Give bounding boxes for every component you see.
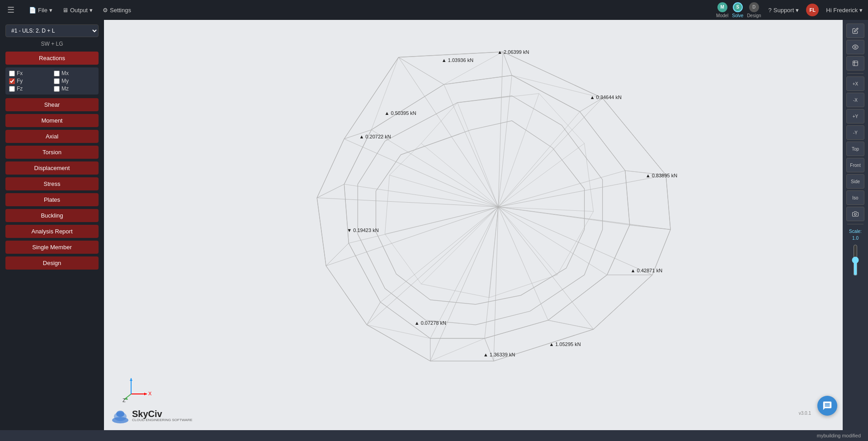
support-button[interactable]: ? Support ▾ — [769, 7, 799, 14]
sw-lg-label: SW + LG — [5, 41, 99, 47]
mx-checkbox-label[interactable]: Mx — [54, 70, 95, 76]
minus-x-button[interactable]: -X — [846, 93, 864, 107]
label-020722: ▲ 0.20722 kN — [359, 134, 391, 139]
analysis-report-button[interactable]: Analysis Report — [5, 225, 99, 238]
plates-button[interactable]: Plates — [5, 193, 99, 206]
my-checkbox-label[interactable]: My — [54, 78, 95, 84]
topbar-nav: 📄 File ▾ 🖥 Output ▾ ⚙ Settings — [25, 5, 135, 15]
svg-point-121 — [854, 213, 857, 215]
main-content: #1 - ULS: 2. D + L SW + LG Reactions Fx … — [0, 20, 868, 430]
output-menu[interactable]: 🖥 Output ▾ — [59, 5, 96, 15]
version-text: v3.0.1 — [799, 411, 811, 416]
solve-label: Solve — [732, 13, 743, 18]
view-button[interactable] — [846, 40, 864, 54]
model-icon: M — [717, 2, 727, 12]
fz-checkbox-label[interactable]: Fz — [9, 85, 50, 92]
plus-x-button[interactable]: +X — [846, 76, 864, 91]
right-panel: +X -X +Y -Y Top Front Side Iso Scale: 1.… — [843, 20, 868, 430]
chat-button[interactable] — [817, 396, 837, 416]
mz-checkbox-label[interactable]: Mz — [54, 85, 95, 92]
top-view-button[interactable]: Top — [846, 142, 864, 156]
single-member-button[interactable]: Single Member — [5, 241, 99, 254]
svg-rect-120 — [853, 61, 858, 66]
solve-tab[interactable]: S Solve — [732, 2, 743, 18]
fz-checkbox[interactable] — [9, 86, 15, 92]
support-question-icon: ? — [769, 7, 772, 14]
file-icon: 📄 — [29, 7, 36, 14]
skyciv-logo: SkyCiv CLOUD ENGINEERING SOFTWARE — [111, 408, 193, 424]
design-tab[interactable]: D Design — [747, 2, 761, 18]
status-text: mybuilding modified — [817, 433, 861, 438]
label-206399: ▲ 2.06399 kN — [497, 49, 529, 55]
reactions-button[interactable]: Reactions — [5, 52, 99, 65]
moment-button[interactable]: Moment — [5, 114, 99, 127]
edit-button[interactable] — [846, 24, 864, 38]
camera-button[interactable] — [846, 207, 864, 221]
svg-text:Z: Z — [123, 398, 126, 403]
status-bar: mybuilding modified — [0, 430, 868, 441]
minus-y-button[interactable]: -Y — [846, 125, 864, 140]
svg-marker-109 — [144, 393, 147, 395]
fx-checkbox-label[interactable]: Fx — [9, 70, 50, 76]
file-menu[interactable]: 📄 File ▾ — [25, 5, 56, 15]
solve-icon: S — [733, 2, 743, 12]
scale-slider-container — [851, 244, 860, 280]
label-083895: ▲ 0.83895 kN — [646, 173, 677, 178]
canvas-area[interactable]: ▲ 2.06399 kN ▲ 1.03936 kN ▲ 0.34644 kN ▲… — [104, 20, 843, 430]
load-combo-select[interactable]: #1 - ULS: 2. D + L — [5, 24, 99, 37]
iso-view-button[interactable]: Iso — [846, 190, 864, 205]
design-button[interactable]: Design — [5, 256, 99, 270]
design-icon: D — [749, 2, 759, 12]
label-042871: ▲ 0.42871 kN — [631, 268, 662, 273]
fx-checkbox[interactable] — [9, 71, 15, 76]
fy-checkbox[interactable] — [9, 78, 15, 84]
displacement-button[interactable]: Displacement — [5, 161, 99, 175]
scale-label: Scale: — [849, 229, 862, 234]
output-chevron-icon: ▾ — [90, 7, 93, 14]
menu-icon[interactable]: ☰ — [5, 3, 16, 17]
torsion-button[interactable]: Torsion — [5, 146, 99, 159]
output-icon: 🖥 — [62, 7, 68, 14]
user-name-button[interactable]: Hi Frederick ▾ — [826, 7, 863, 14]
label-105295: ▲ 1.05295 kN — [549, 341, 580, 347]
svg-point-119 — [854, 46, 856, 48]
topbar: ☰ 📄 File ▾ 🖥 Output ▾ ⚙ Settings M Model… — [0, 0, 868, 20]
sidebar: #1 - ULS: 2. D + L SW + LG Reactions Fx … — [0, 20, 104, 430]
panel-divider-2 — [847, 224, 863, 224]
axis-indicator: X Z — [122, 371, 154, 403]
label-019423: ▼ 0.19423 kN — [347, 228, 378, 233]
support-chevron-icon: ▾ — [796, 7, 799, 14]
buckling-button[interactable]: Buckling — [5, 209, 99, 222]
panel-divider — [847, 73, 863, 74]
file-chevron-icon: ▾ — [49, 7, 52, 14]
topbar-right: M Model S Solve D Design ? Support ▾ FL … — [716, 2, 863, 18]
settings-menu[interactable]: ⚙ Settings — [99, 5, 135, 15]
label-103936: ▲ 1.03936 kN — [442, 57, 473, 63]
label-007278: ▲ 0.07278 kN — [415, 320, 446, 326]
scale-value: 1.0 — [852, 236, 859, 241]
svg-point-118 — [116, 411, 124, 417]
model-tab[interactable]: M Model — [716, 2, 728, 18]
model-solve-design: M Model S Solve D Design — [716, 2, 761, 18]
svg-text:X: X — [148, 391, 152, 396]
svg-rect-0 — [104, 21, 843, 429]
mx-checkbox[interactable] — [54, 71, 60, 76]
plus-y-button[interactable]: +Y — [846, 109, 864, 123]
avatar: FL — [806, 4, 819, 16]
mz-checkbox[interactable] — [54, 86, 60, 92]
scale-slider[interactable] — [851, 244, 860, 276]
axial-button[interactable]: Axial — [5, 130, 99, 143]
stress-button[interactable]: Stress — [5, 177, 99, 190]
front-view-button[interactable]: Front — [846, 158, 864, 172]
my-checkbox[interactable] — [54, 78, 60, 84]
shear-button[interactable]: Shear — [5, 98, 99, 111]
label-136339: ▲ 1.36339 kN — [483, 352, 515, 357]
fy-checkbox-label[interactable]: Fy — [9, 78, 50, 84]
settings-icon: ⚙ — [103, 7, 108, 14]
user-chevron-icon: ▾ — [859, 7, 863, 14]
model-label: Model — [716, 13, 728, 18]
checkboxes-grid: Fx Mx Fy My Fz Mz — [5, 67, 99, 95]
screenshot-button[interactable] — [846, 56, 864, 71]
side-view-button[interactable]: Side — [846, 174, 864, 189]
structure-canvas: ▲ 2.06399 kN ▲ 1.03936 kN ▲ 0.34644 kN ▲… — [104, 20, 843, 430]
